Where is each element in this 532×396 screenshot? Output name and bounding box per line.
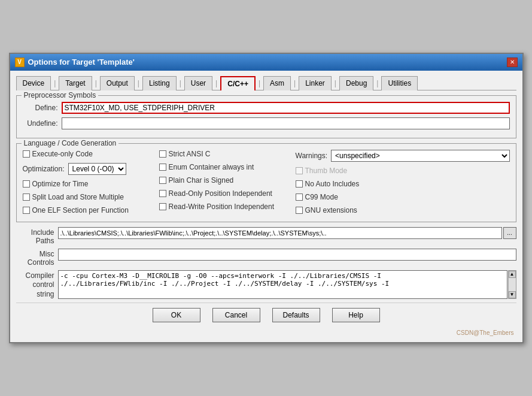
tab-sep-4: | <box>178 75 183 90</box>
optimization-row: Optimization: Level 0 (-O0) <box>23 163 154 175</box>
gnu-extensions-row: GNU extensions <box>296 206 510 214</box>
split-load-checkbox[interactable] <box>23 194 30 201</box>
tab-sep-6: | <box>257 75 262 90</box>
tab-sep-3: | <box>136 75 141 90</box>
gnu-extensions-checkbox[interactable] <box>296 207 303 214</box>
tab-user[interactable]: User <box>184 76 212 90</box>
tab-sep-7: | <box>292 75 297 90</box>
tab-linker[interactable]: Linker <box>299 76 332 90</box>
title-bar: V Options for Target 'Template' ✕ <box>10 54 522 71</box>
compiler-label: Compiler control string <box>16 270 58 300</box>
tab-utilities[interactable]: Utilities <box>381 76 418 90</box>
include-paths-label: Include Paths <box>16 227 58 245</box>
preprocessor-group-label: Preprocessor Symbols <box>22 91 99 99</box>
tab-sep-9: | <box>375 75 380 90</box>
no-auto-includes-row: No Auto Includes <box>296 180 510 188</box>
footer: OK Cancel Defaults Help <box>16 303 516 328</box>
defaults-button[interactable]: Defaults <box>272 308 320 322</box>
optimization-label: Optimization: <box>23 165 65 173</box>
tab-asm[interactable]: Asm <box>263 76 291 90</box>
scroll-up-arrow[interactable]: ▲ <box>509 271 516 278</box>
cancel-button[interactable]: Cancel <box>212 308 260 322</box>
read-only-pos-label: Read-Only Position Independent <box>169 189 272 198</box>
language-group: Language / Code Generation Execute-only … <box>16 143 516 222</box>
browse-button[interactable]: ... <box>503 227 516 239</box>
define-label: Define: <box>23 104 62 112</box>
misc-controls-row: Misc Controls <box>16 249 516 267</box>
close-button[interactable]: ✕ <box>507 58 518 67</box>
no-auto-includes-label: No Auto Includes <box>305 180 360 188</box>
c99-mode-label: C99 Mode <box>305 193 338 201</box>
warnings-label: Warnings: <box>296 152 328 160</box>
c99-mode-row: C99 Mode <box>296 193 510 201</box>
execute-only-row: Execute-only Code <box>23 150 154 158</box>
define-input[interactable] <box>62 102 510 114</box>
lang-col-left: Execute-only Code Optimization: Level 0 … <box>23 150 154 217</box>
enum-container-checkbox[interactable] <box>159 164 166 171</box>
ok-button[interactable]: OK <box>153 308 200 322</box>
language-group-label: Language / Code Generation <box>22 139 119 147</box>
c99-mode-checkbox[interactable] <box>296 194 303 201</box>
optimize-time-label: Optimize for Time <box>32 180 89 188</box>
title-bar-left: V Options for Target 'Template' <box>15 58 135 67</box>
include-paths-row: Include Paths .\..\Libraries\CMSIS;.\..\… <box>16 227 516 245</box>
tab-sep-8: | <box>333 75 338 90</box>
tab-listing[interactable]: Listing <box>142 76 177 90</box>
undefine-row: Undefine: <box>23 117 510 129</box>
strict-ansi-checkbox[interactable] <box>159 150 166 158</box>
split-load-row: Split Load and Store Multiple <box>23 193 154 201</box>
warnings-row: Warnings: <unspecified> <box>296 150 510 162</box>
tab-debug[interactable]: Debug <box>339 76 373 90</box>
one-elf-row: One ELF Section per Function <box>23 206 154 214</box>
one-elf-checkbox[interactable] <box>23 207 30 214</box>
read-write-pos-checkbox[interactable] <box>159 203 166 210</box>
include-paths-input[interactable]: .\..\Libraries\CMSIS;.\..\Libraries\FWli… <box>58 227 502 239</box>
preprocessor-group: Preprocessor Symbols Define: Undefine: <box>16 95 516 138</box>
main-window: V Options for Target 'Template' ✕ Device… <box>9 53 524 344</box>
tab-bar: Device | Target | Output | Listing | Use… <box>16 75 516 90</box>
lang-col-right: Warnings: <unspecified> Thumb Mode No Au… <box>296 150 510 217</box>
read-write-pos-row: Read-Write Position Independent <box>159 202 291 211</box>
optimize-time-row: Optimize for Time <box>23 180 154 188</box>
optimization-select[interactable]: Level 0 (-O0) <box>68 163 126 175</box>
tab-cpp[interactable]: C/C++ <box>220 76 256 90</box>
optimize-time-checkbox[interactable] <box>23 180 30 188</box>
plain-char-row: Plain Char is Signed <box>159 176 291 185</box>
watermark: CSDN@The_Embers <box>16 328 516 337</box>
tab-target[interactable]: Target <box>59 76 92 90</box>
app-icon: V <box>15 58 25 67</box>
split-load-label: Split Load and Store Multiple <box>32 193 124 201</box>
enum-container-row: Enum Container always int <box>159 163 291 171</box>
thumb-mode-checkbox[interactable] <box>296 167 303 174</box>
window-title: Options for Target 'Template' <box>28 58 135 66</box>
plain-char-checkbox[interactable] <box>159 177 166 184</box>
execute-only-checkbox[interactable] <box>23 150 30 158</box>
gnu-extensions-label: GNU extensions <box>305 206 357 214</box>
help-button[interactable]: Help <box>332 308 380 322</box>
read-write-pos-label: Read-Write Position Independent <box>169 202 275 211</box>
compiler-scrollbar[interactable]: ▲ ▼ <box>508 270 516 299</box>
undefine-label: Undefine: <box>23 119 62 128</box>
plain-char-label: Plain Char is Signed <box>169 176 234 185</box>
tab-sep-1: | <box>52 75 57 90</box>
warnings-select[interactable]: <unspecified> <box>331 150 509 162</box>
thumb-mode-label: Thumb Mode <box>305 167 348 175</box>
read-only-pos-row: Read-Only Position Independent <box>159 189 291 198</box>
tab-output[interactable]: Output <box>100 76 135 90</box>
compiler-control-row: Compiler control string ▲ ▼ <box>16 270 516 300</box>
misc-controls-input[interactable] <box>58 249 516 261</box>
enum-container-label: Enum Container always int <box>169 163 254 171</box>
tab-sep-2: | <box>93 75 99 90</box>
content-area: Device | Target | Output | Listing | Use… <box>10 71 522 343</box>
compiler-control-textarea[interactable] <box>58 270 507 299</box>
tab-device[interactable]: Device <box>16 76 51 90</box>
strict-ansi-label: Strict ANSI C <box>169 150 211 158</box>
undefine-input[interactable] <box>62 117 510 129</box>
strict-ansi-row: Strict ANSI C <box>159 150 291 158</box>
scroll-down-arrow[interactable]: ▼ <box>509 291 516 298</box>
tab-sep-5: | <box>214 75 219 90</box>
read-only-pos-checkbox[interactable] <box>159 190 166 197</box>
compiler-control-container: ▲ ▼ <box>58 270 516 299</box>
thumb-mode-row: Thumb Mode <box>296 167 510 175</box>
no-auto-includes-checkbox[interactable] <box>296 180 303 188</box>
